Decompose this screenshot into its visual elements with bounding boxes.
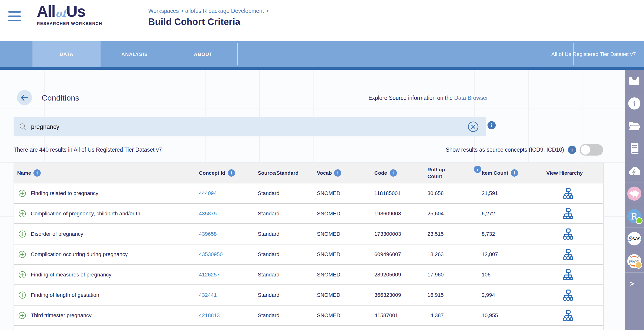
vocab-value: SNOMED: [317, 210, 374, 217]
inbox-icon: [629, 76, 640, 86]
view-hierarchy-button[interactable]: [563, 228, 573, 240]
view-hierarchy-button[interactable]: [563, 290, 573, 301]
app-running-status-dot: [636, 217, 642, 224]
concept-id-link[interactable]: 439658: [199, 231, 216, 237]
rollup-count-value: 14,387: [428, 312, 482, 318]
name-info-icon[interactable]: i: [34, 169, 41, 177]
add-concept-button[interactable]: [19, 230, 26, 238]
hierarchy-icon: [563, 228, 573, 240]
column-header-code: Code: [374, 170, 387, 176]
close-circle-icon: [468, 121, 479, 132]
hierarchy-icon: [563, 208, 573, 219]
tab-about[interactable]: ABOUT: [169, 41, 237, 67]
source-concepts-toggle-label: Show results as source concepts (ICD9, I…: [446, 146, 564, 153]
data-browser-link[interactable]: Data Browser: [454, 95, 488, 101]
item-count-value: 6,272: [482, 210, 546, 217]
concept-id-link[interactable]: 432441: [199, 292, 216, 298]
concept-id-info-icon[interactable]: i: [228, 169, 235, 177]
sidebar-sas-app-button[interactable]: Ssas: [624, 228, 644, 250]
tab-divider: [237, 43, 238, 66]
view-hierarchy-button[interactable]: [563, 208, 573, 219]
sas-app-icon: Ssas: [628, 232, 641, 246]
add-concept-button[interactable]: [19, 190, 26, 197]
clear-search-button[interactable]: [468, 121, 479, 132]
sidebar-inbox-button[interactable]: [624, 70, 644, 92]
tab-data[interactable]: DATA: [32, 41, 100, 67]
logo-wordmark: AllofUs: [37, 4, 102, 21]
code-value: 198609003: [374, 210, 428, 217]
cloud-lightning-icon: [628, 166, 640, 176]
column-header-item-count: Item Count: [482, 170, 508, 176]
concept-name: Third trimester pregnancy: [31, 312, 199, 318]
book-icon: [630, 143, 639, 154]
hierarchy-icon: [563, 290, 573, 301]
concept-id-link[interactable]: 43530950: [199, 251, 223, 257]
add-circle-icon: [19, 312, 26, 319]
view-hierarchy-button[interactable]: [563, 269, 573, 280]
table-body: Finding related to pregnancy444094Standa…: [14, 184, 603, 330]
column-header-view-hierarchy: View Hierarchy: [546, 170, 583, 176]
table-header-row: Namei Concept Idi Source/Standard Vocabi…: [14, 163, 603, 184]
add-concept-button[interactable]: [19, 210, 26, 217]
table-row: Finding of length of gestation432441Stan…: [14, 285, 603, 306]
rollup-count-value: 30,658: [428, 190, 482, 196]
rollup-count-info-icon[interactable]: i: [474, 166, 481, 173]
vocab-value: SNOMED: [317, 251, 374, 258]
search-info-icon[interactable]: i: [488, 121, 496, 130]
tab-analysis[interactable]: ANALYSIS: [100, 41, 169, 67]
app-paused-status-dot: [635, 262, 642, 269]
table-row: Finding of measures of pregnancy4126257S…: [14, 265, 603, 285]
column-header-source-standard: Source/Standard: [258, 170, 298, 176]
add-circle-icon: [19, 230, 26, 238]
hierarchy-icon: [563, 188, 573, 199]
add-concept-button[interactable]: [19, 312, 26, 319]
sidebar-genomic-extraction-button[interactable]: [624, 160, 644, 182]
concept-id-link[interactable]: 4218813: [199, 312, 220, 318]
table-row: Disorder of pregnancy439658StandardSNOME…: [14, 224, 603, 244]
concept-id-link[interactable]: 444094: [199, 190, 216, 196]
view-hierarchy-button[interactable]: [563, 310, 573, 321]
code-value: 118185001: [374, 190, 428, 196]
add-concept-button[interactable]: [19, 251, 26, 258]
sidebar-rstudio-app-button[interactable]: R: [624, 205, 644, 228]
sidebar-files-button[interactable]: [624, 115, 644, 138]
sidebar-jupyter-app-button[interactable]: jupyter: [624, 250, 644, 272]
code-info-icon[interactable]: i: [390, 169, 397, 177]
vocab-value: SNOMED: [317, 231, 374, 237]
source-standard-value: Standard: [258, 231, 317, 237]
jupyter-app-icon: jupyter: [627, 254, 641, 268]
results-summary: There are 440 results in All of Us Regis…: [14, 146, 162, 153]
hierarchy-icon: [563, 310, 573, 321]
sidebar-cromwell-app-button[interactable]: [624, 182, 644, 205]
source-standard-value: Standard: [258, 292, 317, 298]
column-header-rollup-count: Roll-up Count: [428, 166, 452, 180]
source-concepts-info-icon[interactable]: i: [568, 146, 576, 154]
dataset-version-label: All of Us Registered Tier Dataset v7: [552, 41, 636, 67]
breadcrumb-workspaces-link[interactable]: Workspaces: [148, 8, 179, 14]
view-hierarchy-button[interactable]: [563, 249, 573, 260]
back-button[interactable]: [17, 90, 32, 105]
toggle-knob: [581, 145, 590, 154]
source-standard-value: Standard: [258, 251, 317, 258]
concept-id-link[interactable]: 435875: [199, 210, 216, 216]
item-count-value: 21,591: [482, 190, 546, 196]
menu-icon[interactable]: [8, 11, 21, 24]
table-row: Third trimester pregnancy4218813Standard…: [14, 306, 603, 326]
add-concept-button[interactable]: [19, 271, 26, 278]
sidebar-documentation-button[interactable]: [624, 138, 644, 160]
sidebar-info-button[interactable]: i: [624, 92, 644, 115]
source-concepts-toggle[interactable]: [580, 144, 603, 156]
breadcrumb-separator: >: [180, 8, 184, 14]
vocab-info-icon[interactable]: i: [334, 169, 342, 177]
item-count-info-icon[interactable]: i: [511, 169, 518, 177]
results-table: Namei Concept Idi Source/Standard Vocabi…: [14, 162, 604, 330]
add-circle-icon: [19, 190, 26, 197]
sidebar-terminal-button[interactable]: >_: [624, 272, 644, 295]
rollup-count-value: 16,915: [428, 292, 482, 298]
breadcrumb-workspace-link[interactable]: allofus R package Development: [185, 8, 264, 14]
add-circle-icon: [19, 251, 26, 258]
view-hierarchy-button[interactable]: [563, 188, 573, 199]
condition-search-input[interactable]: [30, 123, 468, 130]
concept-id-link[interactable]: 4126257: [199, 272, 220, 278]
add-concept-button[interactable]: [19, 292, 26, 299]
